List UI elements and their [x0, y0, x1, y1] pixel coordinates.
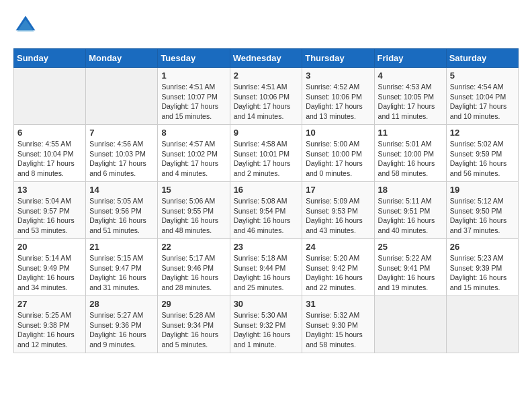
calendar-cell: 27Sunrise: 5:25 AMSunset: 9:38 PMDayligh…	[14, 296, 86, 353]
day-info: Sunrise: 5:14 AMSunset: 9:49 PMDaylight:…	[17, 253, 82, 293]
weekday-header-wednesday: Wednesday	[230, 49, 302, 68]
logo	[13, 13, 40, 38]
calendar-cell: 12Sunrise: 5:02 AMSunset: 9:59 PMDayligh…	[446, 125, 518, 182]
day-info: Sunrise: 5:32 AMSunset: 9:30 PMDaylight:…	[306, 310, 370, 350]
day-info: Sunrise: 4:55 AMSunset: 10:04 PMDaylight…	[17, 139, 82, 179]
calendar-cell: 5Sunrise: 4:54 AMSunset: 10:04 PMDayligh…	[446, 68, 518, 125]
day-info: Sunrise: 5:25 AMSunset: 9:38 PMDaylight:…	[17, 310, 82, 350]
calendar-cell: 23Sunrise: 5:18 AMSunset: 9:44 PMDayligh…	[230, 239, 302, 296]
day-info: Sunrise: 5:04 AMSunset: 9:57 PMDaylight:…	[17, 196, 82, 236]
day-number: 20	[17, 242, 82, 252]
day-info: Sunrise: 5:15 AMSunset: 9:47 PMDaylight:…	[89, 253, 154, 293]
weekday-header-monday: Monday	[86, 49, 158, 68]
calendar-cell: 31Sunrise: 5:32 AMSunset: 9:30 PMDayligh…	[302, 296, 374, 353]
day-info: Sunrise: 5:12 AMSunset: 9:50 PMDaylight:…	[450, 196, 515, 236]
weekday-header-row: SundayMondayTuesdayWednesdayThursdayFrid…	[14, 49, 519, 68]
day-number: 28	[89, 299, 154, 309]
calendar-cell: 22Sunrise: 5:17 AMSunset: 9:46 PMDayligh…	[158, 239, 230, 296]
week-row-4: 20Sunrise: 5:14 AMSunset: 9:49 PMDayligh…	[14, 239, 519, 296]
day-info: Sunrise: 5:09 AMSunset: 9:53 PMDaylight:…	[306, 196, 370, 236]
day-number: 9	[234, 128, 299, 138]
day-number: 26	[450, 242, 515, 252]
calendar-table: SundayMondayTuesdayWednesdayThursdayFrid…	[13, 48, 519, 353]
weekday-header-tuesday: Tuesday	[158, 49, 230, 68]
calendar-cell: 25Sunrise: 5:22 AMSunset: 9:41 PMDayligh…	[374, 239, 446, 296]
day-info: Sunrise: 5:23 AMSunset: 9:39 PMDaylight:…	[450, 253, 515, 293]
day-info: Sunrise: 4:57 AMSunset: 10:02 PMDaylight…	[161, 139, 226, 179]
day-number: 24	[306, 242, 370, 252]
day-number: 4	[378, 71, 443, 81]
calendar-cell: 6Sunrise: 4:55 AMSunset: 10:04 PMDayligh…	[14, 125, 86, 182]
calendar-cell: 17Sunrise: 5:09 AMSunset: 9:53 PMDayligh…	[302, 182, 374, 239]
calendar-cell: 28Sunrise: 5:27 AMSunset: 9:36 PMDayligh…	[86, 296, 158, 353]
day-info: Sunrise: 5:17 AMSunset: 9:46 PMDaylight:…	[161, 253, 226, 293]
day-number: 6	[17, 128, 82, 138]
calendar-cell: 29Sunrise: 5:28 AMSunset: 9:34 PMDayligh…	[158, 296, 230, 353]
week-row-3: 13Sunrise: 5:04 AMSunset: 9:57 PMDayligh…	[14, 182, 519, 239]
calendar-cell	[446, 296, 518, 353]
day-info: Sunrise: 5:20 AMSunset: 9:42 PMDaylight:…	[306, 253, 370, 293]
day-info: Sunrise: 5:02 AMSunset: 9:59 PMDaylight:…	[450, 139, 515, 179]
day-number: 10	[306, 128, 370, 138]
day-number: 12	[450, 128, 515, 138]
day-info: Sunrise: 4:52 AMSunset: 10:06 PMDaylight…	[306, 82, 370, 122]
calendar-cell: 4Sunrise: 4:53 AMSunset: 10:05 PMDayligh…	[374, 68, 446, 125]
calendar-cell: 15Sunrise: 5:06 AMSunset: 9:55 PMDayligh…	[158, 182, 230, 239]
logo-icon	[13, 13, 38, 38]
weekday-header-thursday: Thursday	[302, 49, 374, 68]
day-number: 25	[378, 242, 443, 252]
day-number: 14	[89, 185, 154, 195]
week-row-1: 1Sunrise: 4:51 AMSunset: 10:07 PMDayligh…	[14, 68, 519, 125]
calendar-cell: 30Sunrise: 5:30 AMSunset: 9:32 PMDayligh…	[230, 296, 302, 353]
calendar-cell	[86, 68, 158, 125]
calendar-cell: 11Sunrise: 5:01 AMSunset: 10:00 PMDaylig…	[374, 125, 446, 182]
calendar-cell: 26Sunrise: 5:23 AMSunset: 9:39 PMDayligh…	[446, 239, 518, 296]
day-info: Sunrise: 5:27 AMSunset: 9:36 PMDaylight:…	[89, 310, 154, 350]
day-info: Sunrise: 5:05 AMSunset: 9:56 PMDaylight:…	[89, 196, 154, 236]
calendar-cell: 21Sunrise: 5:15 AMSunset: 9:47 PMDayligh…	[86, 239, 158, 296]
page-header	[13, 13, 519, 38]
calendar-cell: 8Sunrise: 4:57 AMSunset: 10:02 PMDayligh…	[158, 125, 230, 182]
day-number: 17	[306, 185, 370, 195]
calendar-cell: 10Sunrise: 5:00 AMSunset: 10:00 PMDaylig…	[302, 125, 374, 182]
day-info: Sunrise: 4:51 AMSunset: 10:07 PMDaylight…	[161, 82, 226, 122]
calendar-cell: 1Sunrise: 4:51 AMSunset: 10:07 PMDayligh…	[158, 68, 230, 125]
day-number: 21	[89, 242, 154, 252]
calendar-cell: 18Sunrise: 5:11 AMSunset: 9:51 PMDayligh…	[374, 182, 446, 239]
day-number: 8	[161, 128, 226, 138]
day-number: 29	[161, 299, 226, 309]
day-info: Sunrise: 4:53 AMSunset: 10:05 PMDaylight…	[378, 82, 443, 122]
calendar-cell: 24Sunrise: 5:20 AMSunset: 9:42 PMDayligh…	[302, 239, 374, 296]
calendar-cell: 7Sunrise: 4:56 AMSunset: 10:03 PMDayligh…	[86, 125, 158, 182]
calendar-cell: 13Sunrise: 5:04 AMSunset: 9:57 PMDayligh…	[14, 182, 86, 239]
calendar-cell	[374, 296, 446, 353]
day-number: 15	[161, 185, 226, 195]
calendar-cell: 3Sunrise: 4:52 AMSunset: 10:06 PMDayligh…	[302, 68, 374, 125]
day-info: Sunrise: 5:01 AMSunset: 10:00 PMDaylight…	[378, 139, 443, 179]
day-number: 16	[234, 185, 299, 195]
day-number: 2	[234, 71, 299, 81]
day-number: 22	[161, 242, 226, 252]
day-number: 3	[306, 71, 370, 81]
calendar-cell: 14Sunrise: 5:05 AMSunset: 9:56 PMDayligh…	[86, 182, 158, 239]
day-number: 18	[378, 185, 443, 195]
day-number: 7	[89, 128, 154, 138]
day-info: Sunrise: 5:28 AMSunset: 9:34 PMDaylight:…	[161, 310, 226, 350]
calendar-cell: 9Sunrise: 4:58 AMSunset: 10:01 PMDayligh…	[230, 125, 302, 182]
week-row-5: 27Sunrise: 5:25 AMSunset: 9:38 PMDayligh…	[14, 296, 519, 353]
day-number: 30	[234, 299, 299, 309]
day-info: Sunrise: 5:22 AMSunset: 9:41 PMDaylight:…	[378, 253, 443, 293]
day-number: 31	[306, 299, 370, 309]
calendar-cell: 16Sunrise: 5:08 AMSunset: 9:54 PMDayligh…	[230, 182, 302, 239]
day-info: Sunrise: 5:08 AMSunset: 9:54 PMDaylight:…	[234, 196, 299, 236]
day-info: Sunrise: 4:54 AMSunset: 10:04 PMDaylight…	[450, 82, 515, 122]
calendar-cell	[14, 68, 86, 125]
day-info: Sunrise: 5:00 AMSunset: 10:00 PMDaylight…	[306, 139, 370, 179]
day-number: 1	[161, 71, 226, 81]
day-info: Sunrise: 4:58 AMSunset: 10:01 PMDaylight…	[234, 139, 299, 179]
weekday-header-sunday: Sunday	[14, 49, 86, 68]
day-info: Sunrise: 5:06 AMSunset: 9:55 PMDaylight:…	[161, 196, 226, 236]
calendar-cell: 19Sunrise: 5:12 AMSunset: 9:50 PMDayligh…	[446, 182, 518, 239]
day-number: 19	[450, 185, 515, 195]
day-info: Sunrise: 4:56 AMSunset: 10:03 PMDaylight…	[89, 139, 154, 179]
